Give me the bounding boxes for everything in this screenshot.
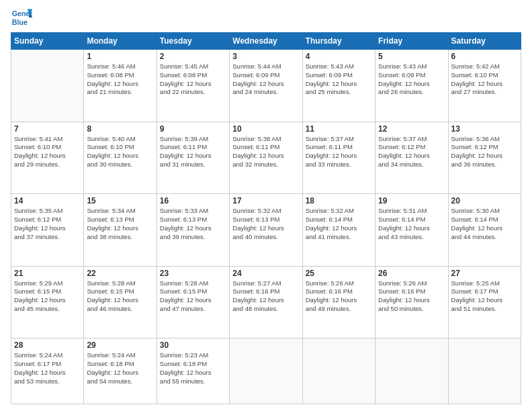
day-info: Sunrise: 5:43 AM Sunset: 6:09 PM Dayligh… xyxy=(306,62,372,97)
day-number: 9 xyxy=(160,124,226,134)
day-number: 27 xyxy=(451,269,518,278)
day-number: 12 xyxy=(378,124,445,134)
calendar-cell: 3Sunrise: 5:44 AM Sunset: 6:09 PM Daylig… xyxy=(230,50,302,122)
day-number: 25 xyxy=(306,269,372,278)
calendar-cell: 22Sunrise: 5:28 AM Sunset: 6:15 PM Dayli… xyxy=(84,266,157,338)
day-info: Sunrise: 5:31 AM Sunset: 6:14 PM Dayligh… xyxy=(378,207,445,241)
day-number: 20 xyxy=(451,196,518,205)
svg-text:Blue: Blue xyxy=(12,18,28,26)
header: General Blue xyxy=(11,7,521,28)
calendar-cell: 1Sunrise: 5:46 AM Sunset: 6:08 PM Daylig… xyxy=(84,50,157,122)
calendar-cell: 20Sunrise: 5:30 AM Sunset: 6:14 PM Dayli… xyxy=(448,194,521,267)
calendar-cell: 29Sunrise: 5:24 AM Sunset: 6:18 PM Dayli… xyxy=(84,338,157,404)
calendar-week-0: 1Sunrise: 5:46 AM Sunset: 6:08 PM Daylig… xyxy=(11,50,521,122)
day-info: Sunrise: 5:28 AM Sunset: 6:15 PM Dayligh… xyxy=(87,279,153,314)
day-number: 19 xyxy=(378,196,445,205)
calendar-cell: 30Sunrise: 5:23 AM Sunset: 6:18 PM Dayli… xyxy=(157,338,229,404)
logo: General Blue xyxy=(11,7,35,28)
calendar-cell: 19Sunrise: 5:31 AM Sunset: 6:14 PM Dayli… xyxy=(375,194,448,267)
day-number: 15 xyxy=(87,196,153,205)
calendar-cell: 6Sunrise: 5:42 AM Sunset: 6:10 PM Daylig… xyxy=(448,50,521,122)
day-info: Sunrise: 5:32 AM Sunset: 6:13 PM Dayligh… xyxy=(232,207,299,241)
calendar-cell: 18Sunrise: 5:32 AM Sunset: 6:14 PM Dayli… xyxy=(302,194,375,267)
day-number: 11 xyxy=(306,124,372,134)
calendar-cell: 5Sunrise: 5:43 AM Sunset: 6:09 PM Daylig… xyxy=(375,50,448,122)
calendar-cell xyxy=(230,338,302,404)
day-number: 28 xyxy=(14,340,81,350)
calendar-cell: 14Sunrise: 5:35 AM Sunset: 6:12 PM Dayli… xyxy=(11,194,84,267)
page: General Blue SundayMondayTuesdayWednesda… xyxy=(0,0,532,411)
calendar-cell: 4Sunrise: 5:43 AM Sunset: 6:09 PM Daylig… xyxy=(302,50,375,122)
col-header-tuesday: Tuesday xyxy=(157,33,229,50)
day-info: Sunrise: 5:46 AM Sunset: 6:08 PM Dayligh… xyxy=(87,62,153,97)
calendar-cell: 21Sunrise: 5:29 AM Sunset: 6:15 PM Dayli… xyxy=(11,266,84,338)
day-number: 21 xyxy=(14,269,81,278)
day-info: Sunrise: 5:35 AM Sunset: 6:12 PM Dayligh… xyxy=(14,207,81,241)
calendar-cell: 10Sunrise: 5:38 AM Sunset: 6:11 PM Dayli… xyxy=(230,122,302,194)
col-header-friday: Friday xyxy=(375,33,448,50)
calendar-table: SundayMondayTuesdayWednesdayThursdayFrid… xyxy=(11,32,521,404)
col-header-sunday: Sunday xyxy=(11,33,84,50)
calendar-cell: 15Sunrise: 5:34 AM Sunset: 6:13 PM Dayli… xyxy=(84,194,157,267)
day-info: Sunrise: 5:24 AM Sunset: 6:18 PM Dayligh… xyxy=(87,351,153,385)
day-number: 7 xyxy=(14,124,81,134)
day-number: 16 xyxy=(160,196,226,205)
calendar-week-2: 14Sunrise: 5:35 AM Sunset: 6:12 PM Dayli… xyxy=(11,194,521,267)
day-info: Sunrise: 5:33 AM Sunset: 6:13 PM Dayligh… xyxy=(160,207,226,241)
day-number: 18 xyxy=(306,196,372,205)
calendar-cell xyxy=(11,50,84,122)
day-number: 2 xyxy=(160,52,226,61)
calendar-cell: 8Sunrise: 5:40 AM Sunset: 6:10 PM Daylig… xyxy=(84,122,157,194)
calendar-week-1: 7Sunrise: 5:41 AM Sunset: 6:10 PM Daylig… xyxy=(11,122,521,194)
day-info: Sunrise: 5:38 AM Sunset: 6:11 PM Dayligh… xyxy=(232,135,299,169)
day-number: 22 xyxy=(87,269,153,278)
col-header-monday: Monday xyxy=(84,33,157,50)
calendar-cell: 26Sunrise: 5:26 AM Sunset: 6:16 PM Dayli… xyxy=(375,266,448,338)
day-number: 30 xyxy=(160,340,226,350)
day-number: 4 xyxy=(306,52,372,61)
calendar-cell xyxy=(448,338,521,404)
calendar-cell: 17Sunrise: 5:32 AM Sunset: 6:13 PM Dayli… xyxy=(230,194,302,267)
day-info: Sunrise: 5:41 AM Sunset: 6:10 PM Dayligh… xyxy=(14,135,81,169)
day-info: Sunrise: 5:34 AM Sunset: 6:13 PM Dayligh… xyxy=(87,207,153,241)
calendar-cell: 7Sunrise: 5:41 AM Sunset: 6:10 PM Daylig… xyxy=(11,122,84,194)
day-number: 29 xyxy=(87,340,153,350)
day-info: Sunrise: 5:27 AM Sunset: 6:16 PM Dayligh… xyxy=(232,279,299,314)
day-info: Sunrise: 5:28 AM Sunset: 6:15 PM Dayligh… xyxy=(160,279,226,314)
calendar-cell: 12Sunrise: 5:37 AM Sunset: 6:12 PM Dayli… xyxy=(375,122,448,194)
calendar-cell xyxy=(375,338,448,404)
day-info: Sunrise: 5:32 AM Sunset: 6:14 PM Dayligh… xyxy=(306,207,372,241)
col-header-saturday: Saturday xyxy=(448,33,521,50)
day-info: Sunrise: 5:43 AM Sunset: 6:09 PM Dayligh… xyxy=(378,62,445,97)
calendar-cell: 28Sunrise: 5:24 AM Sunset: 6:17 PM Dayli… xyxy=(11,338,84,404)
day-info: Sunrise: 5:45 AM Sunset: 6:08 PM Dayligh… xyxy=(160,62,226,97)
calendar-header-row: SundayMondayTuesdayWednesdayThursdayFrid… xyxy=(11,33,521,50)
calendar-cell: 16Sunrise: 5:33 AM Sunset: 6:13 PM Dayli… xyxy=(157,194,229,267)
day-info: Sunrise: 5:42 AM Sunset: 6:10 PM Dayligh… xyxy=(451,62,518,97)
calendar-cell: 27Sunrise: 5:25 AM Sunset: 6:17 PM Dayli… xyxy=(448,266,521,338)
calendar-week-4: 28Sunrise: 5:24 AM Sunset: 6:17 PM Dayli… xyxy=(11,338,521,404)
calendar-cell: 13Sunrise: 5:36 AM Sunset: 6:12 PM Dayli… xyxy=(448,122,521,194)
day-number: 1 xyxy=(87,52,153,61)
day-info: Sunrise: 5:30 AM Sunset: 6:14 PM Dayligh… xyxy=(451,207,518,241)
calendar-cell: 2Sunrise: 5:45 AM Sunset: 6:08 PM Daylig… xyxy=(157,50,229,122)
day-info: Sunrise: 5:37 AM Sunset: 6:11 PM Dayligh… xyxy=(306,135,372,169)
logo-icon: General Blue xyxy=(11,7,32,28)
day-info: Sunrise: 5:26 AM Sunset: 6:16 PM Dayligh… xyxy=(378,279,445,314)
calendar-cell: 11Sunrise: 5:37 AM Sunset: 6:11 PM Dayli… xyxy=(302,122,375,194)
day-number: 17 xyxy=(232,196,299,205)
day-info: Sunrise: 5:40 AM Sunset: 6:10 PM Dayligh… xyxy=(87,135,153,169)
day-number: 14 xyxy=(14,196,81,205)
day-info: Sunrise: 5:25 AM Sunset: 6:17 PM Dayligh… xyxy=(451,279,518,314)
day-number: 10 xyxy=(232,124,299,134)
day-number: 13 xyxy=(451,124,518,134)
calendar-cell xyxy=(302,338,375,404)
calendar-cell: 9Sunrise: 5:39 AM Sunset: 6:11 PM Daylig… xyxy=(157,122,229,194)
day-info: Sunrise: 5:44 AM Sunset: 6:09 PM Dayligh… xyxy=(232,62,299,97)
day-number: 23 xyxy=(160,269,226,278)
day-info: Sunrise: 5:24 AM Sunset: 6:17 PM Dayligh… xyxy=(14,351,81,385)
day-info: Sunrise: 5:37 AM Sunset: 6:12 PM Dayligh… xyxy=(378,135,445,169)
calendar-week-3: 21Sunrise: 5:29 AM Sunset: 6:15 PM Dayli… xyxy=(11,266,521,338)
calendar-cell: 24Sunrise: 5:27 AM Sunset: 6:16 PM Dayli… xyxy=(230,266,302,338)
day-info: Sunrise: 5:26 AM Sunset: 6:16 PM Dayligh… xyxy=(306,279,372,314)
